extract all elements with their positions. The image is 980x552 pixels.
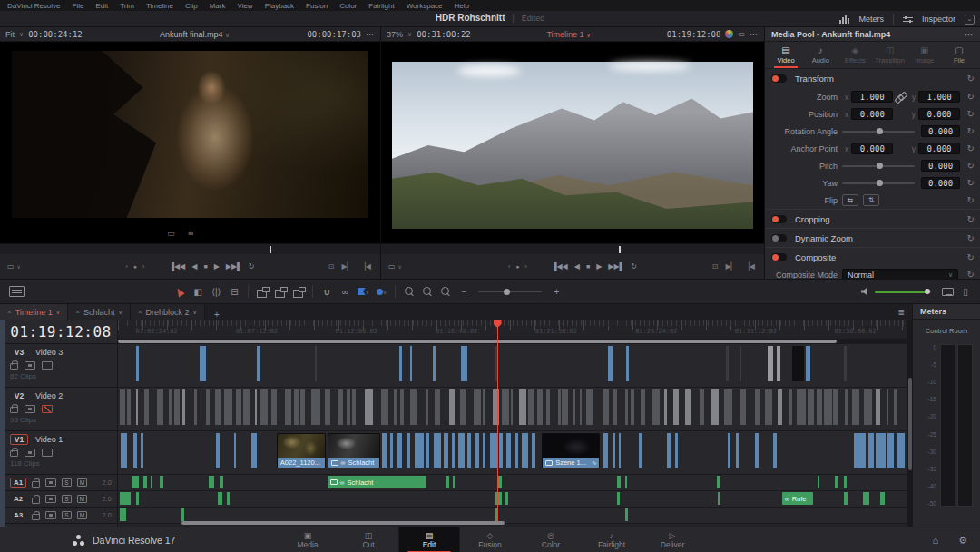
video-clip[interactable] xyxy=(792,346,804,381)
source-stop-button[interactable]: ■ xyxy=(203,263,207,270)
video-clip[interactable] xyxy=(639,433,642,468)
a3-solo-button[interactable]: S xyxy=(62,511,72,519)
zoom-x-field[interactable]: 1.000 xyxy=(851,91,893,103)
video-clip[interactable] xyxy=(467,433,470,468)
video-clip[interactable] xyxy=(347,389,350,425)
yaw-reset-icon[interactable]: ↻ xyxy=(967,178,975,188)
video-clip[interactable] xyxy=(449,389,455,425)
a3-destination-button[interactable]: A3 xyxy=(10,510,26,520)
mute-icon[interactable] xyxy=(857,283,875,300)
flip-vertical-button[interactable]: ⇅ xyxy=(863,194,879,206)
video-clip[interactable] xyxy=(806,346,810,381)
video-clip[interactable] xyxy=(755,433,759,468)
safe-area-icon[interactable]: ▭ xyxy=(167,229,175,238)
video-clip[interactable] xyxy=(493,389,499,425)
video-clip[interactable] xyxy=(864,389,871,425)
transform-section-header[interactable]: Transform ↻ xyxy=(765,69,980,88)
v1-autoselect-icon[interactable] xyxy=(24,448,35,457)
position-y-field[interactable]: 0.000 xyxy=(918,108,960,120)
program-timeline-select[interactable]: Timeline 1 ∨ xyxy=(475,30,662,39)
menu-file[interactable]: File xyxy=(73,2,84,10)
program-stop-button[interactable]: ■ xyxy=(586,263,590,270)
audio-clip[interactable] xyxy=(880,492,884,505)
anchor-y-field[interactable]: 0.000 xyxy=(918,143,960,154)
audio-clip[interactable] xyxy=(160,476,162,488)
control-room-label[interactable]: Control Room xyxy=(913,327,980,335)
video-clip[interactable] xyxy=(200,346,207,381)
video-clip[interactable] xyxy=(499,433,502,468)
source-jog-control[interactable]: ‹ ● › xyxy=(126,263,147,270)
audio-clip[interactable] xyxy=(625,476,628,488)
composite-mode-reset-icon[interactable]: ↻ xyxy=(967,270,975,279)
video-clip[interactable] xyxy=(894,389,897,425)
video-clip[interactable] xyxy=(215,389,221,425)
zoom-y-field[interactable]: 1.000 xyxy=(918,91,960,103)
track-header-v1[interactable]: V1Video 1 118 Clips xyxy=(5,431,117,475)
clip-szene1[interactable]: Szene 1...∿◆ xyxy=(542,433,600,468)
menu-clip[interactable]: Clip xyxy=(185,2,198,10)
full-extent-zoom-icon[interactable] xyxy=(436,283,455,300)
video-clip[interactable] xyxy=(667,433,671,468)
video-clip[interactable] xyxy=(260,389,269,425)
a1-destination-button[interactable]: A1 xyxy=(10,478,26,488)
video-clip[interactable] xyxy=(311,389,319,425)
video-clip[interactable] xyxy=(206,389,210,425)
audio-clip[interactable] xyxy=(120,492,131,505)
source-in-out-icon[interactable]: ⊡ xyxy=(328,262,335,271)
program-step-back-button[interactable]: ◀ xyxy=(574,262,580,271)
audio-clip[interactable] xyxy=(227,492,230,505)
video-clip[interactable] xyxy=(426,433,428,468)
menu-mark[interactable]: Mark xyxy=(210,2,226,10)
clip-schlacht-video[interactable]: ∞Schlacht xyxy=(328,433,380,468)
video-clip[interactable] xyxy=(868,433,874,468)
video-clip[interactable] xyxy=(474,389,482,425)
dynamic-zoom-reset-icon[interactable]: ↻ xyxy=(967,233,975,243)
video-clip[interactable] xyxy=(257,346,260,381)
program-zoom-select[interactable]: 37% xyxy=(387,30,403,39)
video-clip[interactable] xyxy=(315,346,318,381)
track-v2[interactable] xyxy=(118,388,907,431)
v3-visibility-icon[interactable] xyxy=(42,361,53,370)
clip-rufe[interactable]: ∞Rufe xyxy=(782,492,813,505)
position-x-field[interactable]: 0.000 xyxy=(851,108,893,120)
video-clip[interactable] xyxy=(234,433,237,468)
zoom-in-icon[interactable]: + xyxy=(547,283,565,300)
video-clip[interactable] xyxy=(824,389,832,425)
video-clip[interactable] xyxy=(407,433,409,468)
video-clip[interactable] xyxy=(511,389,514,425)
menu-color[interactable]: Color xyxy=(339,2,357,10)
zoom-out-icon[interactable]: − xyxy=(455,283,473,300)
timeline-ruler[interactable]: 01:02:24:0201:07:12:0201:12:00:0201:16:4… xyxy=(118,320,907,339)
a1-mute-button[interactable]: M xyxy=(77,478,87,487)
video-clip[interactable] xyxy=(817,389,822,425)
close-icon[interactable]: × xyxy=(138,308,142,316)
video-clip[interactable] xyxy=(808,389,814,425)
video-clip[interactable] xyxy=(294,389,299,425)
video-clip[interactable] xyxy=(522,433,528,468)
video-clip[interactable] xyxy=(325,389,330,425)
source-loop-button[interactable]: ↻ xyxy=(249,262,255,271)
flip-horizontal-button[interactable]: ⇆ xyxy=(842,194,858,206)
video-clip[interactable] xyxy=(573,389,575,425)
audio-clip[interactable] xyxy=(617,476,621,488)
video-clip[interactable] xyxy=(580,389,582,425)
rotation-field[interactable]: 0.000 xyxy=(921,125,960,137)
video-clip[interactable] xyxy=(876,389,880,425)
audio-clip[interactable] xyxy=(863,492,869,505)
close-icon[interactable]: × xyxy=(75,308,80,316)
video-clip[interactable] xyxy=(397,433,402,468)
v3-destination-button[interactable]: V3 xyxy=(10,347,28,358)
program-duration-timecode[interactable]: 00:31:00:22 xyxy=(416,30,471,39)
video-clip[interactable] xyxy=(887,389,889,425)
menu-fairlight[interactable]: Fairlight xyxy=(368,2,394,10)
video-clip[interactable] xyxy=(300,389,305,425)
yaw-field[interactable]: 0.000 xyxy=(921,177,960,189)
page-tab-deliver[interactable]: ▷Deliver xyxy=(642,527,703,552)
video-clip[interactable] xyxy=(876,433,885,468)
audio-clip[interactable] xyxy=(218,492,222,505)
meters-button[interactable]: Meters xyxy=(858,15,884,24)
video-clip[interactable] xyxy=(608,346,612,381)
video-clip[interactable] xyxy=(182,389,185,425)
video-clip[interactable] xyxy=(612,433,615,468)
inspector-tab-audio[interactable]: ♪Audio xyxy=(803,42,838,68)
